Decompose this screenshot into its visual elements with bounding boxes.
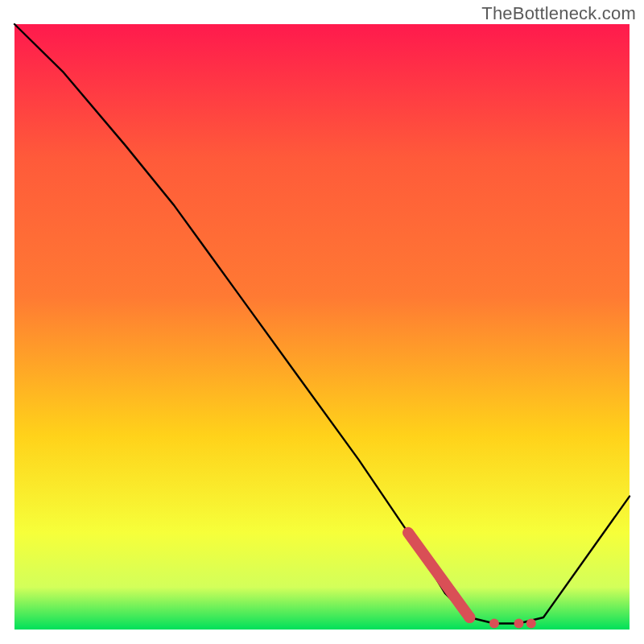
chart-stage: TheBottleneck.com — [0, 0, 644, 644]
chart-svg — [0, 0, 644, 644]
highlight-dot — [526, 619, 536, 629]
watermark-text: TheBottleneck.com — [481, 3, 636, 24]
highlight-dot — [489, 619, 499, 629]
plot-area — [14, 24, 630, 630]
highlight-dot — [514, 619, 524, 629]
highlight-dot — [464, 612, 475, 623]
gradient-background — [14, 24, 630, 630]
